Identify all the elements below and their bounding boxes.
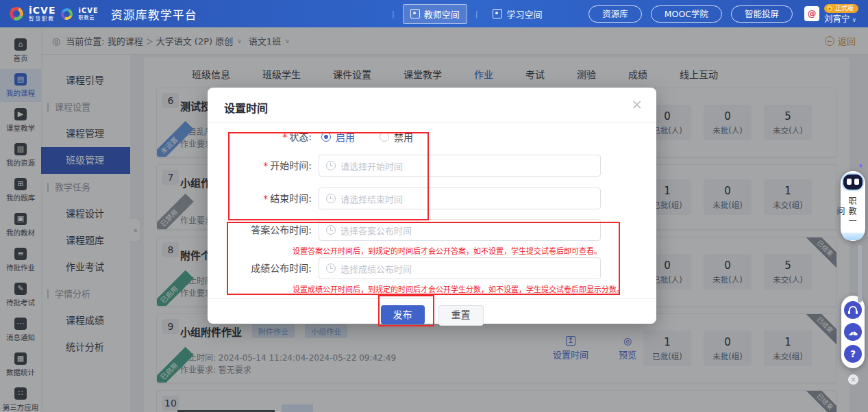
header-pill-button[interactable]: 资源库: [588, 5, 642, 23]
space-nav: | 教师空间 | 学习空间: [384, 0, 549, 27]
header-right: 资源库 MOOC学院 智能投屏 @ ★正式版 刘宵宁∨: [588, 0, 858, 27]
question-icon: ?: [850, 348, 856, 359]
medal-icon: ★: [826, 5, 833, 12]
space-nav-item[interactable]: 教师空间: [403, 4, 467, 24]
top-header: iCVE 智慧职教 iCVE 职教云 资源库教学平台 | 教师空间 |: [0, 0, 868, 27]
icve-logo-icon: [8, 5, 25, 23]
avatar: @: [804, 6, 819, 21]
screen: iCVE 智慧职教 iCVE 职教云 资源库教学平台 | 教师空间 |: [0, 0, 868, 412]
header-pill-button[interactable]: MOOC学院: [651, 5, 722, 23]
assistant-widget[interactable]: ✦ 职教一问: [841, 171, 865, 241]
headset-icon: [847, 306, 858, 314]
close-icon[interactable]: ×: [631, 96, 643, 112]
space-nav-item[interactable]: 学习空间: [486, 5, 549, 23]
help-button[interactable]: ?: [844, 345, 862, 363]
collapse-toolbar-button[interactable]: ×: [847, 374, 859, 385]
icve-logo-text: iCVE 智慧职教: [29, 5, 55, 22]
sparkle-icon: ✦: [858, 162, 864, 170]
customer-service-button[interactable]: [844, 301, 862, 319]
user-area[interactable]: @ ★正式版 刘宵宁∨: [804, 4, 858, 24]
annotation-box-publish-button: [378, 295, 434, 326]
assistant-label: 职教一问: [848, 192, 858, 231]
chevron-down-icon: ∨: [852, 16, 857, 23]
help-toolbar: ☁↓ ?: [841, 296, 865, 368]
annotation-box-status-times: [228, 132, 429, 220]
divider: [208, 122, 656, 123]
zhijiaoyun-logo-text: iCVE 职教云: [78, 8, 98, 21]
space-icon: [493, 9, 502, 18]
reset-button[interactable]: 重置: [438, 305, 484, 326]
annotation-box-publish-times: [227, 222, 620, 295]
download-button[interactable]: ☁↓: [844, 323, 862, 341]
version-badge: ★正式版: [824, 4, 858, 13]
robot-icon: [843, 175, 863, 190]
logo-group: iCVE 智慧职教 iCVE 职教云 资源库教学平台: [0, 5, 197, 23]
page-title: 资源库教学平台: [111, 5, 197, 23]
space-icon: [410, 9, 420, 18]
header-pill-button[interactable]: 智能投屏: [731, 5, 793, 23]
scrollbar[interactable]: [858, 245, 862, 302]
username: 刘宵宁∨: [824, 15, 856, 24]
dialog-title: 设置时间: [224, 99, 268, 116]
zhijiaoyun-logo-icon: [60, 6, 75, 21]
